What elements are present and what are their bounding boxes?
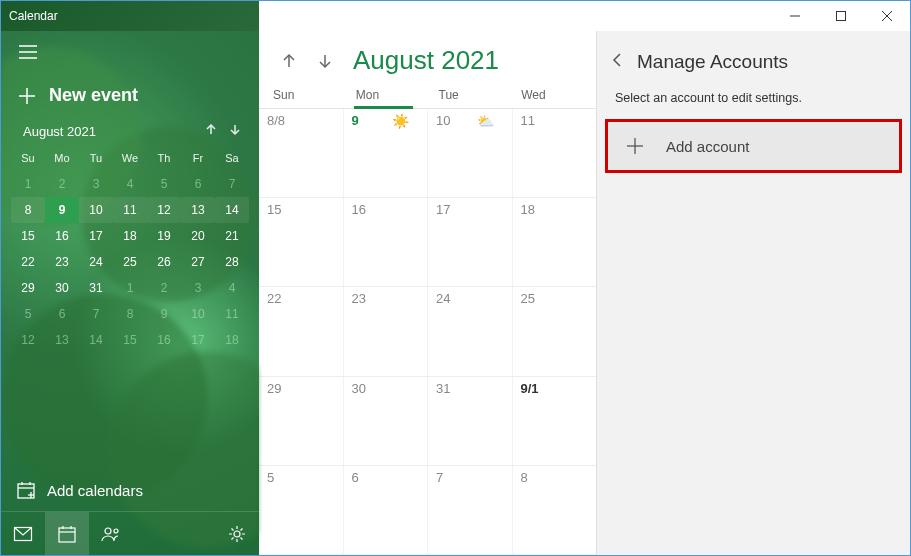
maximize-button[interactable] [818, 1, 864, 31]
mini-cal-day[interactable]: 7 [79, 301, 113, 327]
mini-cal-day[interactable]: 9 [147, 301, 181, 327]
panel-title: Manage Accounts [637, 51, 788, 73]
calendar-day[interactable]: 24 [428, 287, 513, 375]
day-number: 23 [352, 291, 366, 306]
weekday-cell: Tue [431, 82, 514, 108]
calendar-day[interactable]: 7 [428, 466, 513, 554]
calendar-day[interactable]: 15 [259, 198, 344, 286]
mini-cal-day[interactable]: 20 [181, 223, 215, 249]
calendar-day[interactable]: 8/8 [259, 109, 344, 197]
calendar-day[interactable]: 8 [513, 466, 597, 554]
mini-cal-day[interactable]: 30 [45, 275, 79, 301]
mini-cal-day[interactable]: 2 [147, 275, 181, 301]
mini-cal-day[interactable]: 4 [215, 275, 249, 301]
calendar-day[interactable]: 10⛅ [428, 109, 513, 197]
mini-cal-day[interactable]: 26 [147, 249, 181, 275]
calendar-day[interactable]: 17 [428, 198, 513, 286]
mini-cal-day[interactable]: 4 [113, 171, 147, 197]
calendar-button[interactable] [45, 512, 89, 556]
calendar-day[interactable]: 25 [513, 287, 597, 375]
mini-cal-day[interactable]: 23 [45, 249, 79, 275]
panel-back-button[interactable] [611, 53, 623, 71]
day-number: 10 [436, 113, 450, 128]
calendar-day[interactable]: 31 [428, 377, 513, 465]
mini-cal-day[interactable]: 19 [147, 223, 181, 249]
mini-cal-day[interactable]: 7 [215, 171, 249, 197]
mini-cal-day[interactable]: 10 [79, 197, 113, 223]
mini-cal-day[interactable]: 5 [147, 171, 181, 197]
mini-cal-day[interactable]: 15 [113, 327, 147, 353]
people-button[interactable] [89, 512, 133, 556]
mini-cal-day[interactable]: 18 [113, 223, 147, 249]
calendar-day[interactable]: 6 [344, 466, 429, 554]
calendar-row: 5678 [259, 466, 596, 555]
mini-cal-day[interactable]: 22 [11, 249, 45, 275]
panel-subtitle: Select an account to edit settings. [597, 91, 910, 115]
mini-cal-day[interactable]: 31 [79, 275, 113, 301]
close-button[interactable] [864, 1, 910, 31]
settings-button[interactable] [215, 512, 259, 556]
sidebar: New event August 2021 SuMoTuWeThFrSa 123… [1, 31, 259, 555]
mini-cal-day[interactable]: 12 [11, 327, 45, 353]
calendar-day[interactable]: 23 [344, 287, 429, 375]
mini-cal-day[interactable]: 24 [79, 249, 113, 275]
mini-cal-day[interactable]: 9 [45, 197, 79, 223]
sidebar-bottom-bar [1, 511, 259, 555]
mini-cal-day[interactable]: 13 [181, 197, 215, 223]
mini-cal-day[interactable]: 21 [215, 223, 249, 249]
mini-cal-day[interactable]: 3 [79, 171, 113, 197]
mini-cal-day[interactable]: 17 [181, 327, 215, 353]
mini-cal-day[interactable]: 10 [181, 301, 215, 327]
mini-cal-day[interactable]: 25 [113, 249, 147, 275]
add-account-button[interactable]: Add account [605, 119, 902, 173]
mini-cal-day[interactable]: 5 [11, 301, 45, 327]
mini-cal-day[interactable]: 6 [45, 301, 79, 327]
mail-button[interactable] [1, 512, 45, 556]
mini-cal-day[interactable]: 27 [181, 249, 215, 275]
menu-button[interactable] [1, 31, 259, 77]
new-event-button[interactable]: New event [1, 77, 259, 124]
mini-cal-row: 891011121314 [1, 197, 259, 223]
day-number: 16 [352, 202, 366, 217]
mini-cal-day[interactable]: 13 [45, 327, 79, 353]
prev-range-button[interactable] [275, 47, 303, 75]
mini-cal-day[interactable]: 15 [11, 223, 45, 249]
mini-dow-cell: Sa [215, 145, 249, 171]
calendar-day[interactable]: 9☀️ [344, 109, 429, 197]
mini-cal-day[interactable]: 1 [11, 171, 45, 197]
mini-cal-day[interactable]: 14 [215, 197, 249, 223]
mini-next-button[interactable] [223, 124, 247, 139]
add-calendars-button[interactable]: Add calendars [1, 469, 259, 511]
calendar-grid: 8/89☀️10⛅1115161718222324252930319/15678 [259, 108, 596, 555]
calendar-day[interactable]: 9/1 [513, 377, 597, 465]
calendar-day[interactable]: 5 [259, 466, 344, 554]
calendar-day[interactable]: 22 [259, 287, 344, 375]
calendar-day[interactable]: 29 [259, 377, 344, 465]
window-controls [259, 1, 910, 31]
mini-cal-day[interactable]: 29 [11, 275, 45, 301]
mini-cal-day[interactable]: 8 [113, 301, 147, 327]
calendar-day[interactable]: 11 [513, 109, 597, 197]
mini-cal-day[interactable]: 3 [181, 275, 215, 301]
mini-cal-day[interactable]: 12 [147, 197, 181, 223]
mini-cal-day[interactable]: 2 [45, 171, 79, 197]
app-title: Calendar [1, 1, 259, 31]
mini-cal-day[interactable]: 16 [147, 327, 181, 353]
mini-cal-day[interactable]: 11 [113, 197, 147, 223]
mini-cal-day[interactable]: 18 [215, 327, 249, 353]
mini-cal-day[interactable]: 6 [181, 171, 215, 197]
mini-cal-day[interactable]: 8 [11, 197, 45, 223]
mini-cal-day[interactable]: 28 [215, 249, 249, 275]
mini-cal-day[interactable]: 1 [113, 275, 147, 301]
mini-cal-day[interactable]: 14 [79, 327, 113, 353]
calendar-day[interactable]: 16 [344, 198, 429, 286]
calendar-day[interactable]: 30 [344, 377, 429, 465]
minimize-button[interactable] [772, 1, 818, 31]
next-range-button[interactable] [311, 47, 339, 75]
mini-cal-row: 12131415161718 [1, 327, 259, 353]
mini-cal-day[interactable]: 17 [79, 223, 113, 249]
mini-cal-day[interactable]: 16 [45, 223, 79, 249]
calendar-day[interactable]: 18 [513, 198, 597, 286]
mini-cal-day[interactable]: 11 [215, 301, 249, 327]
mini-prev-button[interactable] [199, 124, 223, 139]
